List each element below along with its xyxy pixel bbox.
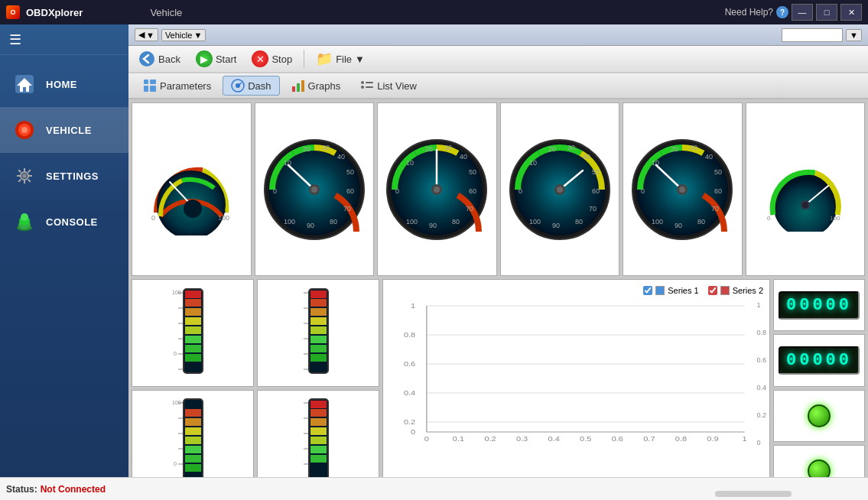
svg-rect-144 <box>310 291 327 298</box>
minimize-button[interactable]: — <box>792 4 813 21</box>
nav-vehicle-label: Vehicle <box>165 31 192 40</box>
svg-text:70: 70 <box>466 205 473 213</box>
svg-point-102 <box>802 202 808 208</box>
sidebar-item-vehicle[interactable]: VEHICLE <box>0 107 128 153</box>
svg-text:0.4: 0.4 <box>404 389 416 397</box>
svg-text:100: 100 <box>218 214 229 222</box>
svg-text:90: 90 <box>307 222 314 229</box>
svg-text:0: 0 <box>424 435 430 443</box>
nav-right: ▼ <box>782 28 862 42</box>
svg-point-4 <box>21 127 28 133</box>
svg-text:0: 0 <box>395 187 399 195</box>
svg-rect-143 <box>310 299 327 307</box>
series1-checkbox[interactable] <box>643 286 652 295</box>
nav-input-dropdown[interactable]: ▼ <box>846 29 862 41</box>
graphs-tab[interactable]: Graphs <box>283 76 349 96</box>
sidebar-label-vehicle: VEHICLE <box>46 125 92 136</box>
series1-color <box>655 286 665 295</box>
svg-rect-156 <box>310 418 327 426</box>
svg-text:50: 50 <box>469 168 476 176</box>
settings-icon <box>12 164 37 188</box>
gauge-cell-5: 0 10 20 30 40 50 60 70 80 90 100 <box>623 102 743 276</box>
help-icon[interactable]: ? <box>776 6 788 18</box>
scrollbar[interactable] <box>715 491 792 497</box>
gauge-2: 0 10 20 30 40 50 60 70 80 90 100 <box>261 136 368 243</box>
start-label: Start <box>216 54 236 65</box>
file-button[interactable]: 📁 File ▼ <box>309 47 372 70</box>
svg-text:40: 40 <box>460 153 467 161</box>
svg-text:70: 70 <box>343 205 351 213</box>
app-container: ☰ HOME V <box>0 24 868 500</box>
maximize-button[interactable]: □ <box>816 4 837 21</box>
bar-section-right <box>257 279 379 497</box>
chart-right-labels: 10.80.60.40.20 <box>756 301 766 446</box>
svg-text:20: 20 <box>548 145 556 153</box>
svg-rect-24 <box>366 82 373 83</box>
file-arrow: ▼ <box>355 54 365 65</box>
nav-tabs: ◀ ▼ Vehicle ▼ ▼ <box>128 24 868 46</box>
svg-text:0.6: 0.6 <box>612 435 624 443</box>
svg-rect-121 <box>185 464 201 472</box>
svg-rect-123 <box>185 446 201 453</box>
listview-icon <box>360 79 374 93</box>
svg-point-80 <box>557 187 563 193</box>
svg-rect-153 <box>310 446 327 453</box>
sidebar-nav: HOME VEHICLE <box>0 55 128 500</box>
vbar-3 <box>297 285 340 381</box>
sidebar-item-console[interactable]: CONSOLE <box>0 199 128 245</box>
toolbar-separator <box>304 50 304 68</box>
bar-section-left: 100 0 <box>132 279 254 497</box>
svg-text:50: 50 <box>346 168 354 176</box>
nav-dropdown-left[interactable]: ◀ ▼ <box>135 28 158 41</box>
stop-icon: ✕ <box>252 50 268 67</box>
listview-tab[interactable]: List View <box>352 76 425 96</box>
svg-text:100: 100 <box>830 215 840 222</box>
bar-cell-1: 100 0 <box>132 279 254 387</box>
svg-text:80: 80 <box>575 218 583 226</box>
svg-text:90: 90 <box>429 222 437 229</box>
legend-series1: Series 1 <box>643 286 698 295</box>
status-label: Status: <box>6 484 37 495</box>
svg-text:0: 0 <box>174 461 177 466</box>
svg-rect-108 <box>185 317 201 325</box>
gauge-cell-1: 0 100 <box>132 102 252 276</box>
svg-rect-141 <box>310 317 327 325</box>
nav-search-input[interactable] <box>782 28 843 42</box>
app-title: OBDXplorer <box>26 7 83 18</box>
main-area: ◀ ▼ Vehicle ▼ ▼ Back ▶ <box>128 24 868 500</box>
sidebar-item-settings[interactable]: SETTINGS <box>0 153 128 199</box>
svg-text:1: 1 <box>411 302 416 310</box>
start-button[interactable]: ▶ Start <box>189 47 243 70</box>
hamburger-menu[interactable]: ☰ <box>9 31 21 48</box>
nav-dropdown-vehicle[interactable]: Vehicle ▼ <box>161 29 206 41</box>
close-button[interactable]: ✕ <box>840 4 862 21</box>
listview-label: List View <box>377 80 417 92</box>
series2-color <box>720 286 730 295</box>
svg-rect-12 <box>144 80 148 84</box>
digital-section: 00000 00000 <box>773 279 865 497</box>
back-label: Back <box>158 54 180 65</box>
home-icon <box>12 72 37 96</box>
svg-point-11 <box>139 51 154 67</box>
back-button[interactable]: Back <box>132 47 187 70</box>
parameters-icon <box>143 79 157 93</box>
toolbar: Back ▶ Start ✕ Stop 📁 File ▼ <box>128 46 868 73</box>
chart-cell: Series 1 Series 2 <box>382 279 770 497</box>
titlebar-left: O OBDXplorer Vehicle <box>6 5 182 19</box>
svg-text:0.4: 0.4 <box>548 435 561 443</box>
series1-label: Series 1 <box>668 286 698 295</box>
series2-checkbox[interactable] <box>708 286 717 295</box>
svg-rect-124 <box>185 437 201 444</box>
svg-text:80: 80 <box>697 218 705 226</box>
parameters-tab[interactable]: Parameters <box>135 76 219 96</box>
sidebar-item-home[interactable]: HOME <box>0 61 128 107</box>
stop-button[interactable]: ✕ Stop <box>245 47 299 70</box>
bottom-row: 100 0 <box>132 279 865 497</box>
svg-text:0: 0 <box>151 214 155 222</box>
vbar-1: 100 0 <box>172 285 214 381</box>
digital-display-1: 00000 <box>779 291 860 320</box>
svg-text:1: 1 <box>742 435 747 443</box>
svg-text:80: 80 <box>330 218 337 226</box>
led-indicator-1 <box>808 404 831 427</box>
dash-tab[interactable]: Dash <box>223 76 279 96</box>
